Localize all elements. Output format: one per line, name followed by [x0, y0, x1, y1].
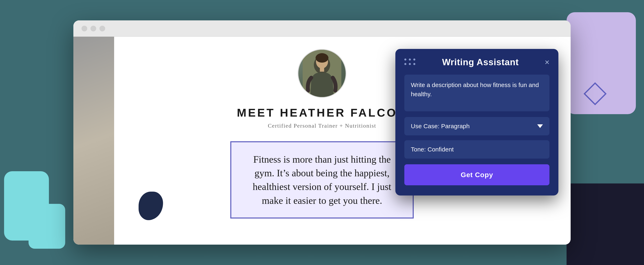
quote-box: Fitness is more than just hitting the gy… — [230, 141, 414, 218]
avatar — [298, 49, 346, 98]
svg-point-3 — [316, 53, 328, 62]
drag-dot — [409, 58, 411, 60]
traffic-light-maximize[interactable] — [100, 26, 105, 32]
traffic-light-minimize[interactable] — [90, 26, 96, 32]
drag-dot — [409, 63, 411, 65]
writing-prompt-textarea[interactable]: Write a description about how fitness is… — [404, 74, 550, 111]
use-case-label: Use Case: Paragraph — [411, 123, 470, 130]
drag-dot — [413, 63, 415, 65]
close-button[interactable]: × — [545, 58, 550, 66]
traffic-light-close[interactable] — [82, 26, 87, 32]
tone-field[interactable]: Tone: Confident — [404, 140, 550, 158]
bg-decoration-teal-short — [28, 204, 65, 249]
bg-decoration-dark — [566, 184, 644, 265]
profile-subtitle: Certified Personal Trainer + Nutritionis… — [268, 122, 376, 129]
traffic-lights — [82, 26, 105, 32]
browser-titlebar — [73, 20, 571, 37]
browser-content: MEET HEATHER FALCON Certified Personal T… — [73, 37, 571, 244]
drag-dot — [404, 63, 406, 65]
avatar-image — [298, 50, 346, 97]
use-case-dropdown[interactable]: Use Case: Paragraph — [404, 117, 550, 135]
browser-window: MEET HEATHER FALCON Certified Personal T… — [73, 20, 571, 244]
panel-header: Writing Assistant × — [404, 57, 550, 67]
profile-name: MEET HEATHER FALCON — [237, 106, 407, 119]
tone-label: Tone: Confident — [411, 146, 454, 153]
drag-dot — [413, 58, 415, 60]
get-copy-button[interactable]: Get Copy — [404, 164, 550, 185]
quote-text: Fitness is more than just hitting the gy… — [244, 152, 400, 207]
drag-dot — [404, 58, 406, 60]
svg-rect-4 — [320, 67, 324, 72]
chevron-down-icon — [537, 124, 543, 128]
writing-assistant-panel: Writing Assistant × Write a description … — [395, 49, 558, 196]
panel-title: Writing Assistant — [442, 57, 519, 67]
drag-handle-icon[interactable] — [404, 58, 416, 66]
